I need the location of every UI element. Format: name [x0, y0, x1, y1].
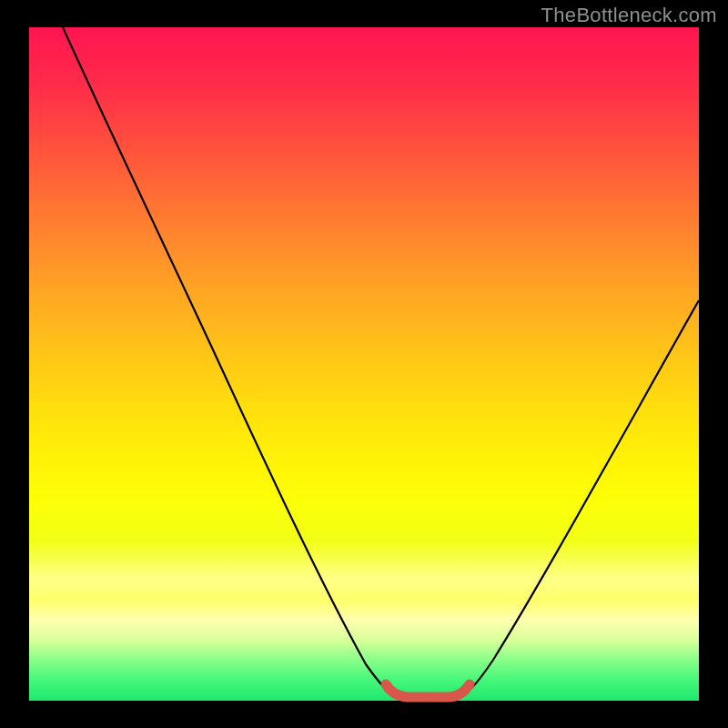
bottleneck-curve-right	[457, 300, 699, 696]
curve-layer	[29, 27, 699, 701]
watermark-text: TheBottleneck.com	[541, 4, 717, 27]
chart-frame: TheBottleneck.com	[0, 0, 728, 728]
bottleneck-curve-left	[63, 27, 402, 696]
plot-gradient-area	[29, 27, 699, 701]
flat-bottom-highlight	[386, 684, 470, 697]
